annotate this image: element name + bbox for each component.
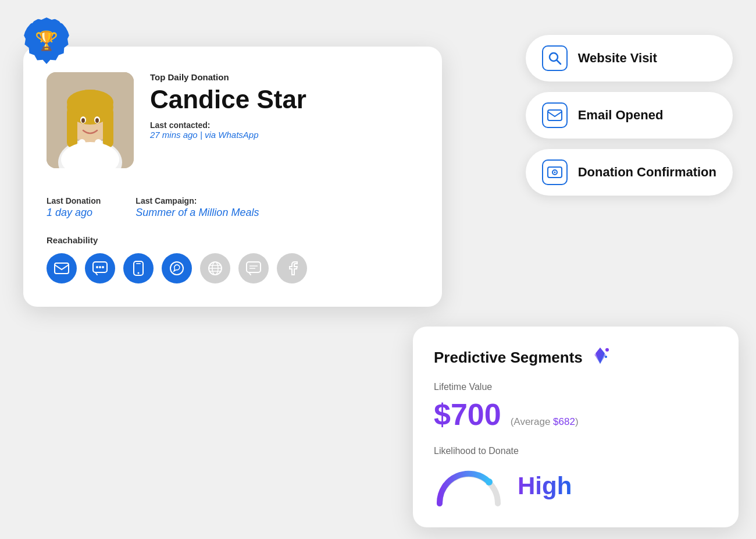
svg-point-18: [99, 266, 101, 268]
reach-web-icon[interactable]: [200, 253, 230, 283]
website-visit-label: Website Visit: [578, 51, 657, 66]
svg-rect-29: [247, 262, 261, 272]
donor-photo: [47, 72, 134, 168]
reach-facebook-icon[interactable]: [277, 253, 307, 283]
donation-confirmation-pill[interactable]: Donation Confirmation: [526, 149, 733, 196]
svg-line-33: [557, 61, 561, 65]
svg-rect-5: [67, 107, 77, 148]
last-contacted-value: 27 mins ago | via WhatsApp: [150, 130, 419, 140]
predictive-header: Predictive Segments: [434, 345, 718, 370]
payment-icon: [542, 159, 568, 185]
reach-whatsapp-icon[interactable]: [162, 253, 192, 283]
donation-confirmation-label: Donation Confirmation: [578, 165, 716, 180]
svg-point-23: [170, 262, 183, 275]
last-donation-stat: Last Donation 1 day ago: [47, 196, 101, 219]
donor-info: Top Daily Donation Candice Star Last con…: [150, 72, 419, 140]
lifetime-value-label: Lifetime Value: [434, 382, 718, 392]
average-value: $682: [553, 416, 575, 427]
gauge-chart: [434, 466, 504, 506]
reach-phone-icon[interactable]: [123, 253, 154, 283]
svg-rect-34: [548, 110, 562, 120]
donor-card: Top Daily Donation Candice Star Last con…: [23, 47, 442, 307]
donor-card-header: Top Daily Donation Candice Star Last con…: [47, 72, 419, 168]
svg-rect-14: [95, 139, 102, 157]
reachability-icons: [47, 253, 419, 283]
trophy-icon: 🏆: [35, 30, 58, 52]
svg-point-10: [81, 118, 85, 123]
svg-point-17: [96, 266, 98, 268]
svg-rect-22: [136, 263, 141, 264]
search-icon: [542, 45, 568, 71]
likelihood-label: Likelihood to Donate: [434, 446, 718, 456]
svg-point-38: [605, 348, 609, 352]
svg-point-11: [95, 118, 99, 123]
activity-pills: Website Visit Email Opened Donation C: [526, 35, 733, 196]
likelihood-row: High: [434, 466, 718, 506]
likelihood-value: High: [518, 472, 572, 500]
svg-point-7: [67, 90, 113, 115]
predictive-title: Predictive Segments: [434, 349, 583, 367]
svg-point-19: [102, 266, 104, 268]
reach-sms-icon[interactable]: [85, 253, 115, 283]
top-daily-label: Top Daily Donation: [150, 72, 419, 82]
svg-rect-13: [79, 139, 85, 157]
lifetime-average: (Average $682): [511, 416, 579, 428]
email-icon: [542, 102, 568, 128]
reachability-label: Reachability: [47, 235, 419, 245]
reach-email-icon[interactable]: [47, 253, 77, 283]
main-scene: 🏆: [0, 0, 756, 539]
email-opened-pill[interactable]: Email Opened: [526, 92, 733, 139]
svg-point-21: [138, 272, 140, 274]
reach-chat-icon[interactable]: [238, 253, 269, 283]
last-contacted-label: Last contacted:: [150, 120, 419, 130]
last-donation-label: Last Donation: [47, 196, 101, 205]
ai-sparkle-icon: [590, 345, 611, 370]
lifetime-value-amount: $700: [434, 397, 501, 432]
donor-stats: Last Donation 1 day ago Last Campaign: S…: [47, 185, 419, 219]
last-campaign-stat: Last Campaign: Summer of a Million Meals: [135, 196, 259, 219]
donor-name: Candice Star: [150, 86, 419, 114]
predictive-card: Predictive Segments: [413, 327, 739, 527]
svg-point-40: [486, 478, 493, 485]
svg-point-37: [554, 172, 555, 173]
reachability-section: Reachability: [47, 235, 419, 283]
last-campaign-label: Last Campaign:: [135, 196, 259, 205]
svg-point-39: [605, 356, 607, 358]
svg-rect-6: [103, 107, 113, 148]
svg-rect-15: [55, 263, 69, 274]
email-opened-label: Email Opened: [578, 108, 664, 123]
lifetime-value-row: $700 (Average $682): [434, 397, 718, 432]
last-campaign-value: Summer of a Million Meals: [135, 207, 259, 219]
website-visit-pill[interactable]: Website Visit: [526, 35, 733, 81]
last-donation-value: 1 day ago: [47, 207, 101, 219]
